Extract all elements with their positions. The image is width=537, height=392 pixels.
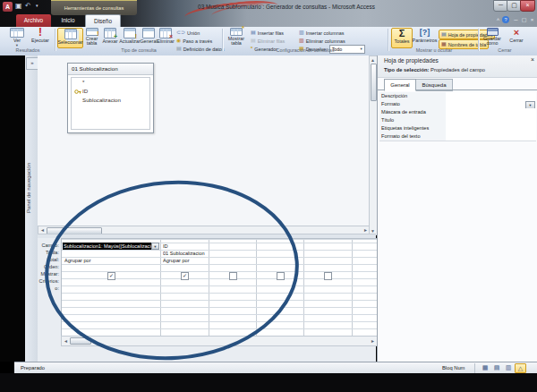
total-cell-col2[interactable]: Agrupar por [163,257,208,264]
prop-value-formato-texto[interactable] [446,132,536,141]
campo-cell-selected[interactable]: Sublocalizacion1: Mayús([Sublocalizacion… [63,243,151,250]
screen: A ▣ ↶ ▾ Herramientas de consultas 03 Mus… [0,0,537,392]
query-grid[interactable]: Sublocalizacion1: Mayús([Sublocalizacion… [61,238,377,337]
union-icon: ⊂⊃ [176,30,185,36]
delete-columns-icon: ▥ [299,38,304,44]
mostrar-checkbox-col2[interactable]: ✓ [181,272,189,280]
scroll-thumb[interactable] [371,64,377,101]
tab-inicio[interactable]: Inicio [53,14,83,27]
field-sublocalizacion[interactable]: Sublocalizacion [72,96,149,105]
append-icon: + [104,28,116,38]
scroll-right-icon[interactable]: ► [362,226,369,234]
datasheet-view-icon[interactable]: ▦ [480,363,490,372]
contextual-tab-header: Herramientas de consultas [51,0,137,15]
seleccionar-button[interactable]: Seleccionar [57,28,83,48]
cerrar-button[interactable]: × Cerrar [507,28,526,47]
insert-rows-icon: ▤ [251,30,256,36]
scroll-thumb[interactable] [70,337,91,345]
undo-icon[interactable]: ↶ [25,1,31,11]
delete-rows-icon: ▤ [251,38,256,44]
mostrar-checkbox-col4[interactable] [277,272,285,280]
eliminar-filas-button[interactable]: ▤ Eliminar filas [251,37,285,45]
guardar-como-button[interactable]: Guardar como [482,28,503,47]
row-label-campo: Campo: [38,242,59,249]
query-designer: 01 Sublocalizacion * ID Sublocalizacion … [38,55,376,362]
tabla-cell-col2[interactable]: 01 Sublocalizacion [163,250,208,257]
nav-pane-expand-button[interactable]: » [26,57,38,70]
field-id[interactable]: ID [72,87,149,96]
status-text: Preparado [21,365,45,371]
group-label-mostrar: Mostrar u ocultar [391,47,477,53]
run-icon: ! [38,28,42,38]
grid-hscrollbar[interactable]: ◄ ► [61,336,378,346]
tab-general[interactable]: General [384,79,416,91]
anexar-button[interactable]: + Anexar [102,28,118,47]
delete-query-icon: × [159,28,172,38]
ejecutar-button[interactable]: ! Ejecutar [30,28,51,47]
property-sheet-close-icon[interactable]: × [531,56,534,63]
general-button[interactable]: General [141,28,157,47]
insertar-filas-button[interactable]: ▤ Insertar filas [251,29,284,37]
doc-minimize-icon[interactable]: ─ [512,16,520,24]
mostrar-checkbox-col5[interactable] [324,272,332,280]
doc-close-icon[interactable]: × [528,16,536,24]
make-table-icon: ! [86,28,98,36]
close-query-icon: × [514,28,519,38]
field-asterisk[interactable]: * [72,78,149,87]
help-icon[interactable]: ? [502,16,509,23]
scroll-left-icon[interactable]: ◄ [63,337,69,345]
view-icon [10,28,24,38]
tab-diseno[interactable]: Diseño [85,14,121,28]
row-label-tabla: Tabla: [38,249,59,256]
insertar-columnas-button[interactable]: ▥ Insertar columnas [299,29,345,37]
mostrar-checkbox-col3[interactable] [229,272,237,280]
mostrar-checkbox-col1[interactable]: ✓ [107,272,115,280]
paso-a-traves-button[interactable]: ◉ Paso a través [176,37,212,45]
title-bar: A ▣ ↶ ▾ Herramientas de consultas 03 Mus… [0,0,537,27]
ribbon-collapse-icon[interactable]: ˄ [494,16,502,24]
tab-archivo[interactable]: Archivo [16,14,51,27]
scroll-right-icon[interactable]: ► [370,337,376,345]
num-lock-indicator: Bloq Num [442,365,465,371]
pivottable-view-icon[interactable]: ▤ [491,363,502,372]
doc-restore-icon[interactable]: ▢ [520,16,528,24]
qat-dropdown-icon[interactable]: ▾ [36,1,38,11]
property-sheet: Hoja de propiedades × Tipo de selección:… [377,55,537,362]
total-cell-col1[interactable]: Agrupar por [64,257,145,264]
scroll-left-icon[interactable]: ◄ [39,226,46,234]
insert-columns-icon: ▥ [299,30,304,36]
designer-top-pane: 01 Sublocalizacion * ID Sublocalizacion [38,55,369,226]
campo-cell-col2[interactable]: ID [163,243,206,250]
property-sheet-icon: ▤ [441,31,447,38]
status-separator [474,363,475,373]
group-label-cerrar: Cerrar [482,47,528,53]
eliminar-button[interactable]: × Eliminar [158,28,174,47]
scroll-up-icon[interactable]: ▲ [370,56,376,64]
mostrar-tabla-button[interactable]: * Mostrar tabla [226,28,247,47]
parametros-button[interactable]: [?] Parámetros [413,28,437,47]
crosstab-icon [142,28,155,38]
save-as-icon [487,28,499,36]
desktop-gap [0,55,25,362]
row-label-criterios: Criterios: [38,277,59,285]
field-list-title: 01 Sublocalizacion [68,64,153,75]
sql-view-icon[interactable]: ▥ [503,363,514,372]
save-icon[interactable]: ▣ [15,1,22,11]
field-list-card[interactable]: 01 Sublocalizacion * ID Sublocalizacion [67,63,154,133]
campo-dropdown-button[interactable]: ▾ [151,243,159,250]
property-sheet-title: Hoja de propiedades [384,57,439,64]
primary-key-icon [74,89,81,95]
close-button[interactable]: × [520,0,535,12]
totales-button[interactable]: Σ Totales [391,28,413,48]
row-label-mostrar: Mostrar: [38,270,59,277]
row-label-orden: Orden: [38,263,59,270]
access-app-icon[interactable]: A [3,2,13,12]
actualizar-button[interactable]: ! Actualizar [120,28,140,47]
ver-button[interactable]: Ver ▾ [7,28,27,47]
design-view-icon[interactable]: △ [515,363,526,373]
crear-tabla-button[interactable]: ! Crear tabla [83,28,100,47]
sigma-icon: Σ [399,29,405,38]
union-button[interactable]: ⊂⊃ Unión [176,29,200,37]
prop-label-formato-texto: Formato del texto [379,132,447,141]
window-title: 03 Musica Subformulario : Generador de c… [161,4,412,10]
